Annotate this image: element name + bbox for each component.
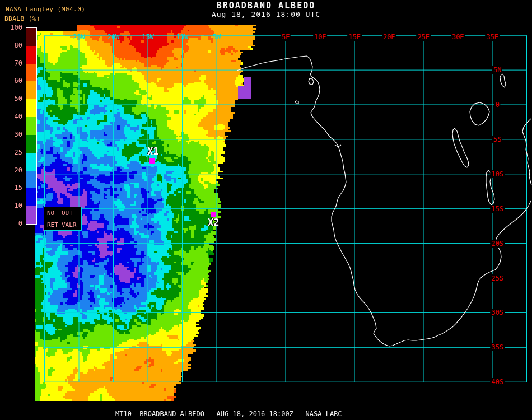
flag-legend-box: NO OUT RET VALR [44,207,82,231]
lat-label-5S: 5S [492,136,502,143]
colorbar-segment [26,206,36,224]
lat-label-15S: 15S [490,205,505,213]
albedo-map-screen: BROADBAND ALBEDO Aug 18, 2016 18:00 UTC … [0,0,532,420]
lon-label-20E: 20E [382,33,396,41]
colorbar-segment [26,188,36,206]
flag-no-label: NO [47,209,54,217]
colorbar-tick-30: 30 [1,130,22,138]
flag-ret-label: RET [47,221,58,228]
lon-label-5W: 5W [213,33,221,41]
colorbar-tick-80: 80 [1,41,22,49]
source-label: NASA Langley (M04.0) [6,6,85,13]
colorbar-segment [26,46,36,64]
colorbar-segment [26,28,36,46]
lon-label-35E: 35E [485,33,500,41]
colorbar-segment [26,64,36,82]
marker-x1-label: X1 [147,146,158,157]
lon-label-30E: 30E [451,33,465,41]
colorbar-tick-70: 70 [1,59,22,67]
lon-label-10E: 10E [313,33,328,41]
colorbar-tick-20: 20 [1,166,22,174]
colorbar-tick-60: 60 [1,77,22,85]
colorbar-tick-40: 40 [1,113,22,120]
colorbar-segment [26,135,36,153]
lat-label-0: 0 [494,101,500,109]
lon-label-10W: 10W [176,33,189,41]
colorbar-segment [26,81,36,99]
colorbar-tick-0: 0 [1,220,22,227]
colorbar-tick-25: 25 [1,148,22,156]
lon-label-25E: 25E [416,33,431,41]
colorbar-tick-10: 10 [1,202,22,209]
marker-x2-label: X2 [208,217,219,228]
colorbar-tick-100: 100 [1,24,22,31]
colorbar-segment [26,171,36,189]
colorbar-tick-50: 50 [1,95,22,102]
lon-label-20W: 20W [108,33,120,41]
colorbar-segment [26,153,36,171]
variable-label: BBALB (%) [4,15,40,22]
lon-label-15W: 15W [142,33,154,41]
footer-status-bar: MT10 BROADBAND ALBEDO AUG 18, 2016 18:00… [115,410,342,418]
flag-out-label: OUT [62,209,73,217]
lat-label-25S: 25S [490,274,505,282]
colorbar-segment [26,117,36,135]
colorbar [26,27,37,225]
colorbar-segment [26,99,36,117]
flag-valr-label: VALR [62,221,77,228]
lat-label-10S: 10S [490,170,505,178]
marker-x1-point [149,158,155,164]
lat-label-40S: 40S [490,378,505,386]
lat-label-20S: 20S [490,240,505,248]
lon-label-25W: 25W [73,33,85,41]
lon-label-5E: 5E [281,33,291,41]
lon-label-15E: 15E [347,33,362,41]
lat-label-30S: 30S [490,309,505,316]
lat-label-35S: 35S [490,343,505,351]
colorbar-tick-15: 15 [1,184,22,192]
lat-label-5N: 5N [492,66,502,74]
